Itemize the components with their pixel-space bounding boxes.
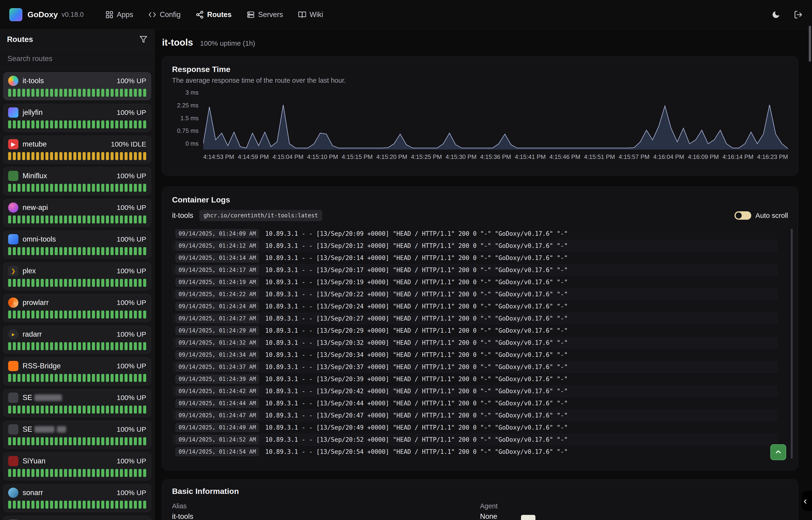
uptime-bar (120, 121, 123, 128)
uptime-bar (41, 311, 44, 318)
search-routes-input[interactable] (7, 54, 148, 63)
uptime-bar (139, 469, 142, 477)
uptime-bar (13, 342, 16, 350)
uptime-bar (120, 215, 123, 224)
log-message: 10.89.3.1 - - [13/Sep/20:34 +0000] "HEAD… (265, 351, 567, 358)
uptime-bar (124, 215, 128, 224)
scroll-to-top-button[interactable] (770, 444, 786, 460)
log-timestamp-chip: 09/14/2025, 01:24:44 AM (175, 399, 259, 408)
uptime-bar (31, 121, 34, 128)
log-row: 09/14/2025, 01:24:39 AM 10.89.3.1 - - [1… (172, 373, 778, 385)
uptime-bar (13, 406, 16, 414)
route-list-item[interactable]: prowlarr 100% UP (3, 294, 151, 322)
route-name: sonarr (23, 489, 43, 497)
uptime-bar (143, 184, 146, 192)
nav-item-servers[interactable]: Servers (247, 10, 283, 19)
uptime-bar (13, 89, 16, 97)
route-status-badge: 100% UP (117, 77, 146, 85)
route-list-item[interactable] (3, 516, 151, 520)
uptime-bar (64, 437, 67, 445)
route-list-item[interactable]: ▸ radarr 100% UP (3, 326, 151, 354)
uptime-bar (115, 311, 118, 318)
route-list-item[interactable]: Miniflux 100% UP (3, 167, 151, 195)
route-list-item[interactable]: ▶ metube 100% IDLE (3, 136, 151, 163)
uptime-bar (64, 184, 67, 192)
x-tick-label: 4:15:46 PM (550, 153, 580, 160)
nav-item-apps[interactable]: Apps (105, 10, 133, 19)
route-list-item[interactable]: sonarr 100% UP (3, 484, 151, 512)
uptime-bar (69, 469, 72, 477)
uptime-bar (13, 437, 16, 445)
uptime-bar (36, 89, 39, 97)
uptime-bar (69, 311, 72, 318)
uptime-bar (83, 215, 86, 224)
log-message: 10.89.3.1 - - [13/Sep/20:42 +0000] "HEAD… (265, 388, 567, 395)
uptime-bar (143, 121, 146, 128)
logs-scrollbar[interactable] (791, 229, 793, 459)
log-row: 09/14/2025, 01:24:32 AM 10.89.3.1 - - [1… (172, 337, 778, 349)
x-tick-label: 4:16:09 PM (688, 153, 719, 160)
uptime-bar (115, 469, 118, 477)
uptime-bar (78, 184, 81, 192)
uptime-bar (13, 152, 16, 160)
uptime-bar (96, 184, 100, 192)
uptime-bar (31, 469, 34, 477)
theme-toggle-moon-icon[interactable] (772, 10, 780, 19)
uptime-bar (87, 311, 90, 318)
route-favicon (8, 393, 19, 403)
route-list-item[interactable]: new-api 100% UP (3, 199, 151, 227)
autoscroll-toggle[interactable] (734, 211, 751, 220)
uptime-bar (129, 437, 132, 445)
uptime-bar (106, 342, 109, 350)
uptime-bar (50, 406, 53, 414)
alias-field: Alias it-tools (172, 502, 480, 520)
nav-item-routes[interactable]: Routes (196, 10, 232, 19)
route-list-item[interactable]: SE 100% UP (3, 421, 151, 449)
uptime-bar (18, 215, 21, 224)
route-status-badge: 100% UP (117, 425, 146, 433)
uptime-bar (129, 469, 132, 477)
filter-icon[interactable] (139, 35, 147, 43)
y-tick-label: 0.75 ms (177, 127, 199, 134)
uptime-bar (115, 279, 118, 287)
uptime-bar (87, 437, 90, 445)
route-name: Miniflux (23, 172, 47, 180)
route-status-badge: 100% UP (117, 267, 146, 275)
uptime-bar (78, 501, 81, 509)
uptime-bar (13, 247, 16, 255)
uptime-bar (111, 342, 114, 350)
uptime-bar (106, 437, 109, 445)
route-list-item[interactable]: jellyfin 100% UP (3, 104, 151, 132)
logout-icon[interactable] (794, 10, 803, 19)
uptime-bar (31, 279, 34, 287)
uptime-bar (115, 152, 118, 160)
uptime-bar (55, 469, 58, 477)
collapse-panel-chevron-left[interactable]: ‹ (802, 491, 812, 511)
uptime-bar (59, 184, 62, 192)
uptime-bar (87, 89, 90, 97)
route-list-item[interactable]: SE 100% UP (3, 389, 151, 417)
uptime-bar (59, 469, 62, 477)
page-scrollbar-thumb[interactable] (809, 26, 811, 62)
log-message: 10.89.3.1 - - [13/Sep/20:29 +0000] "HEAD… (265, 327, 567, 334)
route-favicon (8, 234, 19, 244)
uptime-bar (36, 279, 39, 287)
uptime-bar (22, 152, 25, 160)
uptime-bar (78, 215, 81, 224)
log-row: 09/14/2025, 01:24:42 AM 10.89.3.1 - - [1… (172, 385, 778, 397)
route-list-item[interactable]: it-tools 100% UP (3, 72, 151, 100)
uptime-bar (106, 406, 109, 414)
nav-item-config[interactable]: Config (148, 10, 181, 19)
route-list-item[interactable]: ❯ plex 100% UP (3, 262, 151, 290)
uptime-bar (50, 374, 53, 382)
uptime-bar (27, 247, 30, 255)
route-list-item[interactable]: RSS-Bridge 100% UP (3, 357, 151, 385)
uptime-bar (18, 342, 21, 350)
route-list-item[interactable]: omni-tools 100% UP (3, 231, 151, 259)
log-timestamp-chip: 09/14/2025, 01:24:54 AM (175, 447, 259, 457)
route-list-item[interactable]: SiYuan 100% UP (3, 452, 151, 480)
response-time-chart: 3 ms2.25 ms1.5 ms0.75 ms0 ms 4:14:53 PM4… (172, 91, 788, 160)
uptime-bar (50, 89, 53, 97)
nav-item-wiki[interactable]: Wiki (298, 10, 324, 19)
uptime-bar (69, 247, 72, 255)
